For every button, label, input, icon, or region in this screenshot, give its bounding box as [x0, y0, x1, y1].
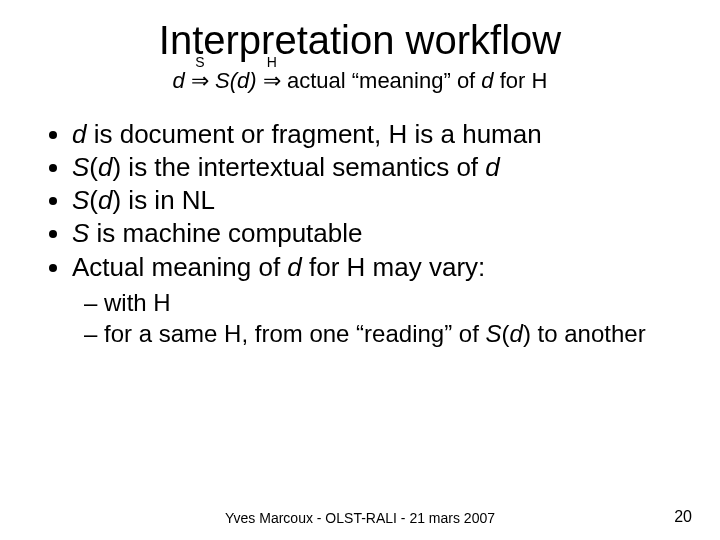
double-arrow-icon: ⇒: [263, 68, 281, 93]
b4-rest: is machine computable: [89, 218, 362, 248]
b2-S: S: [72, 152, 89, 182]
b3-S: S: [72, 185, 89, 215]
b2-rest: ) is the intertextual semantics of: [112, 152, 485, 182]
s2-post: ) to another: [523, 320, 646, 347]
arrow-h: H ⇒: [263, 67, 281, 96]
slide: Interpretation workflow d S ⇒ S(d) H ⇒ a…: [0, 0, 720, 540]
arrow-h-label: H: [263, 53, 281, 71]
formula-rest: actual “meaning” of: [287, 68, 481, 93]
var-d: d: [173, 68, 185, 93]
b3-d: d: [98, 185, 112, 215]
list-item: S(d) is the intertextual semantics of d: [72, 151, 684, 184]
formula-line: d S ⇒ S(d) H ⇒ actual “meaning” of d for…: [36, 67, 684, 96]
b2-d2: d: [485, 152, 499, 182]
b5-post: for H may vary:: [302, 252, 485, 282]
b1-rest: is document or fragment, H is a human: [86, 119, 541, 149]
b2-lp: (: [89, 152, 98, 182]
slide-title: Interpretation workflow: [36, 18, 684, 63]
footer-text: Yves Marcoux - OLST-RALI - 21 mars 2007: [0, 510, 720, 526]
arrow-s: S ⇒: [191, 67, 209, 96]
b2-d: d: [98, 152, 112, 182]
b5-d: d: [287, 252, 301, 282]
list-item: Actual meaning of d for H may vary: – wi…: [72, 251, 684, 350]
s2-d: d: [510, 320, 523, 347]
sub-item: – for a same H, from one “reading” of S(…: [84, 319, 684, 350]
list-item: S is machine computable: [72, 217, 684, 250]
sub-item: – with H: [84, 288, 684, 319]
formula-tail: for H: [500, 68, 548, 93]
page-number: 20: [674, 508, 692, 526]
b4-S: S: [72, 218, 89, 248]
b5-pre: Actual meaning of: [72, 252, 287, 282]
arrow-s-label: S: [191, 53, 209, 71]
double-arrow-icon: ⇒: [191, 68, 209, 93]
var-d2: d: [481, 68, 493, 93]
s2-S: S: [486, 320, 502, 347]
b3-lp: (: [89, 185, 98, 215]
b3-rest: ) is in NL: [112, 185, 215, 215]
var-sd: S(d): [215, 68, 257, 93]
list-item: S(d) is in NL: [72, 184, 684, 217]
list-item: d is document or fragment, H is a human: [72, 118, 684, 151]
s2-lp: (: [502, 320, 510, 347]
bullet-list: d is document or fragment, H is a human …: [44, 118, 684, 350]
sub-list: – with H – for a same H, from one “readi…: [84, 288, 684, 349]
s2-pre: – for a same H, from one “reading” of: [84, 320, 486, 347]
b1-d: d: [72, 119, 86, 149]
